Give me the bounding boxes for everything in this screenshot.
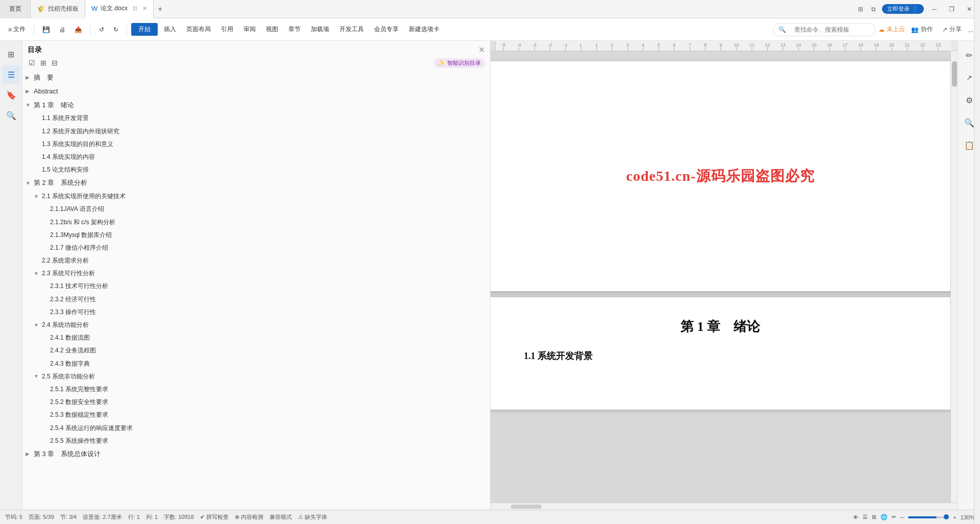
ruler-area: -5-4-3-2-1L12345678910111213141516171819… xyxy=(491,41,958,51)
export-button[interactable]: 📤 xyxy=(70,24,86,35)
doc-scroll[interactable]: code51.cn-源码乐园盗图必究 第 1 章 绪论 1.1 系统开发背景 xyxy=(491,51,951,503)
content-check-status[interactable]: ⊕ 内容检测 xyxy=(235,513,263,521)
ai-label: 智能识别目录 xyxy=(447,59,481,67)
addon-tab[interactable]: 加载项 xyxy=(307,23,333,36)
toc-item-2.4.1[interactable]: 2.4.1 数据流图 xyxy=(22,331,490,344)
toc-item-1.3[interactable]: 1.3 系统实现的目的和意义 xyxy=(22,138,490,151)
view-outline-icon[interactable]: ☰ xyxy=(863,514,868,520)
search-icon-btn[interactable]: 🔍 xyxy=(2,106,20,125)
ai-recognize-button[interactable]: ✨ 智能识别目录 xyxy=(434,58,485,68)
checkbox-icon[interactable]: ☑ xyxy=(28,58,36,68)
page-2: 第 1 章 绪论 1.1 系统开发背景 xyxy=(491,297,951,410)
toc-item-2.5.4[interactable]: 2.5.4 系统运行的响应速度要求 xyxy=(22,422,490,435)
row-status: 行: 1 xyxy=(128,513,140,521)
view-normal-icon[interactable]: 👁 xyxy=(853,514,859,520)
status-bar: 节码: 5 页面: 5/39 节: 3/4 设置值: 2.7厘米 行: 1 列:… xyxy=(0,510,980,524)
redo-button[interactable]: ↻ xyxy=(109,24,122,35)
nav-icon-btn[interactable]: ☰ xyxy=(2,65,20,84)
toc-item-2.2[interactable]: 2.2 系统需求分析 xyxy=(22,254,490,267)
zoom-icon: 🔍 xyxy=(964,118,974,128)
insert-tab[interactable]: 插入 xyxy=(160,23,180,36)
menu-button[interactable]: ≡ 文件 xyxy=(4,23,30,36)
login-button[interactable]: 立即登录 👤 xyxy=(882,4,924,14)
toc-item-2.5.3[interactable]: 2.5.3 数据稳定性要求 xyxy=(22,409,490,421)
toc-item-2.4[interactable]: ▼2.4 系统功能分析 xyxy=(22,319,490,331)
font-edit-icon[interactable]: ✏ xyxy=(892,514,896,520)
start-tab[interactable]: 开始 xyxy=(131,23,158,36)
toc-item-2.3.3[interactable]: 2.3.3 操作可行性 xyxy=(22,306,490,319)
toc-item-1.1[interactable]: 1.1 系统开发背景 xyxy=(22,112,490,125)
expand-icon[interactable]: ⊞ xyxy=(39,58,47,68)
view-tab[interactable]: 视图 xyxy=(262,23,282,36)
pages-icon-btn[interactable]: ⊞ xyxy=(2,45,20,63)
bookmark-icon-btn[interactable]: 🔖 xyxy=(2,86,20,104)
chapter-tab[interactable]: 章节 xyxy=(284,23,305,36)
tab-doc[interactable]: W 论文.docx ⊡ ✕ xyxy=(85,0,154,18)
member-tab[interactable]: 会员专享 xyxy=(370,23,403,36)
undo-button[interactable]: ↺ xyxy=(95,24,108,35)
tab-template[interactable]: 🌾 找稻壳模板 xyxy=(31,0,85,18)
reference-tab[interactable]: 引用 xyxy=(217,23,237,36)
view-page-icon[interactable]: ⊞ xyxy=(872,514,876,520)
search-container[interactable]: 🔍 xyxy=(773,23,875,36)
zoom-slider-handle[interactable] xyxy=(944,514,949,519)
toc-item-2.5.5[interactable]: 2.5.5 系统操作性要求 xyxy=(22,435,490,447)
h-scrollbar-thumb[interactable] xyxy=(511,505,542,509)
toc-item-2.4.3[interactable]: 2.4.3 数据字典 xyxy=(22,358,490,370)
missing-font-status[interactable]: ⚠ 缺失字体 xyxy=(298,513,327,521)
toc-item-2.1.2[interactable]: 2.1.2b/s 和 c/s 架构分析 xyxy=(22,216,490,229)
toc-item-2.1.3[interactable]: 2.1.3Mysql 数据库介绍 xyxy=(22,229,490,242)
toc-item-2.5.2[interactable]: 2.5.2 数据安全性要求 xyxy=(22,396,490,409)
scrollbar-thumb[interactable] xyxy=(952,61,957,87)
add-tab-button[interactable]: + xyxy=(154,5,166,14)
horizontal-scrollbar[interactable] xyxy=(491,503,958,510)
zoom-slider[interactable] xyxy=(908,516,949,518)
doc-tab-restore[interactable]: ⊡ xyxy=(133,5,137,12)
toc-item-2.1.1[interactable]: 2.1.1JAVA 语言介绍 xyxy=(22,203,490,216)
newtab-tab[interactable]: 新建选项卡 xyxy=(405,23,444,36)
doc-tab-close[interactable]: ✕ xyxy=(142,5,147,12)
toc-item-abstract-en[interactable]: ▶Abstract xyxy=(22,85,490,99)
doc-scroll-container: code51.cn-源码乐园盗图必究 第 1 章 绪论 1.1 系统开发背景 xyxy=(491,51,958,503)
zoom-plus[interactable]: + xyxy=(953,514,956,520)
dev-tab[interactable]: 开发工具 xyxy=(335,23,368,36)
collapse-icon[interactable]: ⊟ xyxy=(51,58,59,68)
restore-button[interactable]: ❐ xyxy=(945,6,959,13)
toc-item-2.3.2[interactable]: 2.3.2 经济可行性 xyxy=(22,293,490,306)
toc-item-2.1[interactable]: ▼2.1 系统实现所使用的关键技术 xyxy=(22,190,490,203)
minimize-button[interactable]: ─ xyxy=(928,6,941,13)
toc-label-2.4.2: 2.4.2 业务流程图 xyxy=(50,346,96,355)
spell-check-status[interactable]: ✔ 拼写检查 xyxy=(200,513,229,521)
toc-item-1.5[interactable]: 1.5 论文结构安排 xyxy=(22,163,490,176)
toc-item-2.3[interactable]: ▼2.3 系统可行性分析 xyxy=(22,267,490,280)
toc-item-2.5.1[interactable]: 2.5.1 系统完整性要求 xyxy=(22,383,490,396)
toc-item-2.5[interactable]: ▼2.5 系统非功能分析 xyxy=(22,370,490,383)
zoom-percent[interactable]: 130% xyxy=(961,514,975,520)
toc-item-2.4.2[interactable]: 2.4.2 业务流程图 xyxy=(22,344,490,357)
toc-item-ch3[interactable]: ▶第 3 章 系统总体设计 xyxy=(22,447,490,461)
settings-status: 设置值: 2.7厘米 xyxy=(83,513,121,521)
toc-item-1.4[interactable]: 1.4 系统实现的内容 xyxy=(22,151,490,163)
toc-close-button[interactable]: ✕ xyxy=(478,45,485,55)
vertical-scrollbar[interactable] xyxy=(950,51,958,503)
save-button[interactable]: 💾 xyxy=(38,24,54,35)
toc-sidebar: 目录 ✕ ☑ ⊞ ⊟ ✨ 智能识别目录 ▶摘 要▶Abstract▼第 1 章 … xyxy=(22,41,491,510)
zoom-minus[interactable]: ─ xyxy=(900,514,904,520)
toc-item-2.1.7[interactable]: 2.1.7 微信小程序介绍 xyxy=(22,242,490,254)
collab-button[interactable]: 👥 协作 xyxy=(908,25,936,34)
toc-item-1.2[interactable]: 1.2 系统开发国内外现状研究 xyxy=(22,125,490,138)
toc-item-ch1[interactable]: ▼第 1 章 绪论 xyxy=(22,99,490,112)
view-web-icon[interactable]: 🌐 xyxy=(880,514,888,520)
layout-icon[interactable]: ⊞ xyxy=(856,6,865,13)
toc-item-ch2[interactable]: ▼第 2 章 系统分析 xyxy=(22,176,490,190)
tab-home[interactable]: 首页 xyxy=(0,0,31,18)
search-input[interactable] xyxy=(788,25,870,35)
toc-item-abstract-cn[interactable]: ▶摘 要 xyxy=(22,71,490,85)
print-button[interactable]: 🖨 xyxy=(55,24,69,35)
layout-tab[interactable]: 页面布局 xyxy=(182,23,215,36)
grid-icon[interactable]: ⧉ xyxy=(869,6,878,13)
toc-item-2.3.1[interactable]: 2.3.1 技术可行性分析 xyxy=(22,280,490,293)
cloud-status[interactable]: ☁ 未上云 xyxy=(878,25,905,34)
share-button[interactable]: ↗ 分享 xyxy=(939,25,965,34)
review-tab[interactable]: 审阅 xyxy=(239,23,260,36)
